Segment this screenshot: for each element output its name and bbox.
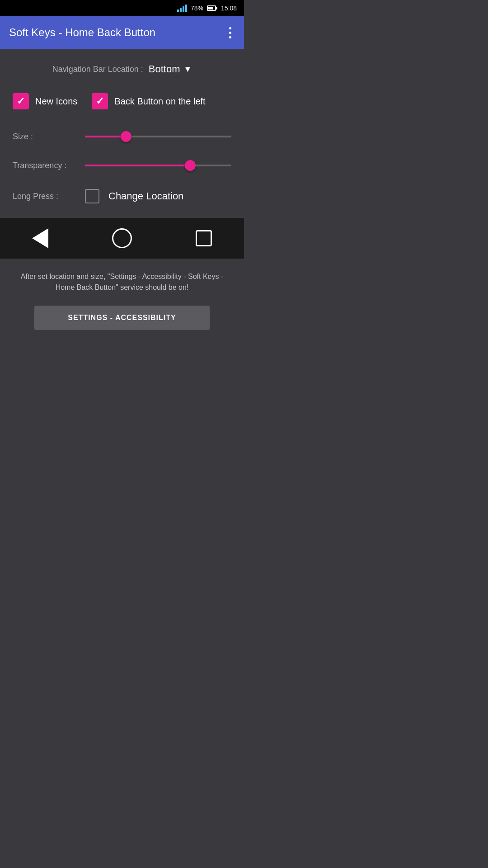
- more-dot-1: [229, 27, 231, 29]
- nav-location-row: Navigation Bar Location : Bottom ▼: [13, 63, 231, 75]
- new-icons-checkmark: ✓: [17, 95, 25, 107]
- nav-location-dropdown[interactable]: Bottom ▼: [149, 63, 192, 75]
- main-content: Navigation Bar Location : Bottom ▼ ✓ New…: [0, 49, 244, 203]
- clock: 15:08: [221, 5, 237, 12]
- transparency-slider-container: [85, 160, 231, 171]
- battery-percent: 78%: [191, 5, 203, 12]
- change-location-label: Change Location: [108, 190, 183, 202]
- size-slider-thumb[interactable]: [121, 131, 131, 142]
- recents-square-icon: [196, 230, 212, 246]
- app-bar: Soft Keys - Home Back Button: [0, 16, 244, 49]
- new-icons-checkbox-item[interactable]: ✓ New Icons: [13, 93, 77, 109]
- new-icons-checkbox[interactable]: ✓: [13, 93, 29, 109]
- checkboxes-row: ✓ New Icons ✓ Back Button on the left: [13, 93, 231, 109]
- nav-recents-button[interactable]: [196, 230, 212, 246]
- more-menu-button[interactable]: [225, 24, 235, 42]
- home-circle-icon: [112, 228, 132, 248]
- more-dot-3: [229, 36, 231, 38]
- new-icons-label: New Icons: [35, 96, 77, 107]
- transparency-label: Transparency :: [13, 161, 76, 170]
- nav-bar-preview: [0, 218, 244, 259]
- transparency-slider-fill: [85, 165, 190, 166]
- nav-location-label: Navigation Bar Location :: [52, 65, 143, 74]
- size-slider-row: Size :: [13, 131, 231, 142]
- size-slider-container: [85, 131, 231, 142]
- size-slider-track: [85, 136, 231, 137]
- accessibility-settings-button[interactable]: SETTINGS - ACCESSIBILITY: [34, 306, 209, 330]
- long-press-label: Long Press :: [13, 192, 76, 201]
- size-slider-section: Size :: [13, 131, 231, 142]
- back-button-left-checkmark: ✓: [96, 95, 104, 107]
- bottom-content: After set location and size, "Settings -…: [0, 259, 244, 330]
- back-button-left-label: Back Button on the left: [114, 96, 205, 107]
- size-slider-fill: [85, 136, 126, 137]
- battery-icon: [207, 5, 217, 11]
- transparency-slider-thumb[interactable]: [185, 160, 196, 171]
- long-press-checkbox[interactable]: [85, 189, 99, 203]
- long-press-row: Long Press : Change Location: [13, 189, 231, 203]
- back-button-left-checkbox-item[interactable]: ✓ Back Button on the left: [92, 93, 205, 109]
- app-title: Soft Keys - Home Back Button: [9, 26, 155, 39]
- back-button-left-checkbox[interactable]: ✓: [92, 93, 108, 109]
- nav-back-button[interactable]: [32, 228, 48, 248]
- more-dot-2: [229, 32, 231, 34]
- status-bar: 78% 15:08: [0, 0, 244, 16]
- back-triangle-icon: [32, 228, 48, 248]
- size-label: Size :: [13, 132, 76, 142]
- nav-location-value: Bottom: [149, 63, 180, 75]
- signal-icon: [177, 4, 187, 12]
- nav-home-button[interactable]: [112, 228, 132, 248]
- transparency-slider-row: Transparency :: [13, 160, 231, 171]
- info-text: After set location and size, "Settings -…: [13, 271, 231, 293]
- dropdown-arrow-icon: ▼: [184, 65, 192, 74]
- transparency-slider-section: Transparency :: [13, 160, 231, 171]
- transparency-slider-track: [85, 165, 231, 166]
